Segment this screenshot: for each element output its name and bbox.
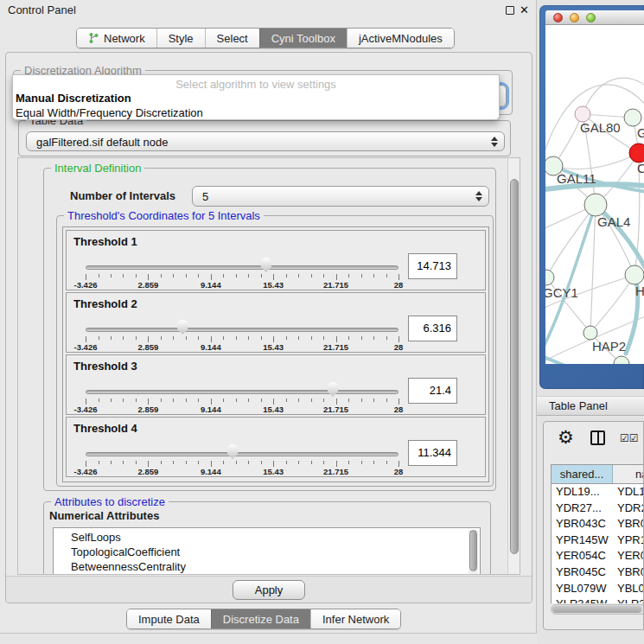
column-checkboxes-icon[interactable]: ☑☑ xyxy=(620,432,639,444)
tick-label: 28 xyxy=(394,280,404,290)
column-header-name[interactable]: na xyxy=(613,465,644,483)
split-columns-icon[interactable] xyxy=(590,430,605,445)
table-row[interactable]: YPR145WYPR1 xyxy=(552,532,644,549)
node-g[interactable] xyxy=(624,109,641,126)
slider-handle[interactable] xyxy=(176,320,189,335)
slider-track[interactable] xyxy=(86,452,399,456)
slider-track[interactable] xyxy=(86,328,399,332)
tick-mark xyxy=(286,399,287,402)
float-window-icon[interactable] xyxy=(506,6,514,15)
close-traffic-light-icon[interactable] xyxy=(553,13,563,22)
tab-discretize-data[interactable]: Discretize Data xyxy=(211,609,310,628)
tick-mark xyxy=(336,336,337,342)
node-label: GAL80 xyxy=(580,120,621,135)
tab-network[interactable]: Network xyxy=(77,29,156,48)
tick-mark xyxy=(373,461,374,464)
node-label: HAP2 xyxy=(592,339,626,354)
tick-mark xyxy=(136,399,137,402)
node-gal4[interactable] xyxy=(584,194,607,216)
column-header-shared[interactable]: shared... xyxy=(552,465,613,483)
tab-impute-data[interactable]: Impute Data xyxy=(127,609,211,628)
number-of-intervals-select[interactable]: 5 xyxy=(192,186,489,207)
tab-jactivemnodules[interactable]: jActiveMNodules xyxy=(347,29,454,48)
tick-mark xyxy=(161,274,162,277)
node-unlabeled[interactable] xyxy=(614,356,629,364)
tick-mark xyxy=(173,399,174,402)
top-tab-bar: NetworkStyleSelectCyni ToolboxjActiveMNo… xyxy=(76,28,455,48)
tab-select[interactable]: Select xyxy=(205,29,259,48)
tick-mark xyxy=(311,274,312,277)
algorithm-option-equal-width-frequency-discretization[interactable]: Equal Width/Frequency Discretization xyxy=(13,105,499,120)
thresholds-group: Threshold's Coordinates for 5 Intervals … xyxy=(56,215,494,487)
horizontal-scrollbar[interactable] xyxy=(551,604,644,615)
tick-label: 9.144 xyxy=(201,405,221,414)
attribute-item-betweennesscentrality[interactable]: BetweennessCentrality xyxy=(71,559,480,574)
numerical-attributes-list[interactable]: SelfLoopsTopologicalCoefficientBetweenne… xyxy=(53,527,481,575)
tick-mark xyxy=(248,461,249,464)
tick-mark xyxy=(399,461,399,467)
tab-infer-network[interactable]: Infer Network xyxy=(310,609,400,628)
tick-mark xyxy=(323,399,324,402)
apply-button[interactable]: Apply xyxy=(233,580,305,600)
tick-mark xyxy=(298,461,299,464)
table-row[interactable]: YER054CYER0 xyxy=(552,548,644,564)
cell-name: YDR2 xyxy=(613,501,644,517)
tick-mark xyxy=(361,274,362,277)
table-row[interactable]: YBR043CYBR0 xyxy=(552,516,644,532)
network-canvas[interactable]: GAL80GCGAL11GAL4GCY1HHAP2 xyxy=(545,25,644,364)
cell-name: YER0 xyxy=(613,548,644,564)
slider-track[interactable] xyxy=(86,265,399,270)
network-view-window: GAL80GCGAL11GAL4GCY1HHAP2 xyxy=(539,5,644,389)
tick-mark xyxy=(236,274,237,277)
tick-mark xyxy=(298,399,299,402)
tick-label: 28 xyxy=(394,405,404,414)
cyni-toolbox-panel: Discretization Algorithm Select algorith… xyxy=(5,52,532,603)
list-scrollbar[interactable] xyxy=(469,530,478,575)
table-data-select[interactable]: galFiltered.sif default node xyxy=(26,131,505,151)
tick-label: 21.715 xyxy=(323,280,348,290)
node-c[interactable] xyxy=(629,143,644,163)
table-row[interactable]: YDL19...YDL1 xyxy=(552,484,644,501)
table-panel-title: Table Panel xyxy=(549,399,608,412)
attributes-group: Attributes to discretize Numerical Attri… xyxy=(43,501,491,575)
threshold-value-field[interactable]: 21.4 xyxy=(408,378,457,404)
node-hap2[interactable] xyxy=(583,326,597,340)
table-row[interactable]: YBL079WYBL0 xyxy=(552,581,644,597)
tick-mark xyxy=(386,274,387,277)
attribute-item-topologicalcoefficient[interactable]: TopologicalCoefficient xyxy=(71,545,480,559)
vertical-scrollbar[interactable] xyxy=(507,158,520,574)
attribute-item-selfloops[interactable]: SelfLoops xyxy=(71,530,480,545)
tick-mark xyxy=(148,336,149,342)
node-h[interactable] xyxy=(625,265,644,284)
tick-mark xyxy=(198,461,199,464)
threshold-value-field[interactable]: 6.316 xyxy=(408,316,457,341)
table-row[interactable]: YLR345WYLR3 xyxy=(552,596,644,603)
algorithm-option-manual-discretization[interactable]: Manual Discretization xyxy=(13,91,499,105)
slider-handle[interactable] xyxy=(226,444,239,459)
threshold-value-field[interactable]: 14.713 xyxy=(408,253,457,279)
zoom-traffic-light-icon[interactable] xyxy=(586,13,596,22)
tab-cyni-toolbox[interactable]: Cyni Toolbox xyxy=(259,29,347,48)
tab-style[interactable]: Style xyxy=(156,29,205,48)
slider-track[interactable] xyxy=(86,390,399,394)
node-gcy1[interactable] xyxy=(545,270,554,285)
tick-mark xyxy=(148,274,149,280)
tick-mark xyxy=(198,336,199,340)
screen: Control Panel ✕ NetworkStyleSelectCyni T… xyxy=(0,0,644,644)
close-icon[interactable]: ✕ xyxy=(520,3,529,16)
tick-mark xyxy=(211,461,212,467)
slider-handle[interactable] xyxy=(327,382,340,397)
tick-mark xyxy=(136,461,137,464)
tick-mark xyxy=(298,274,299,277)
tick-label: 28 xyxy=(394,467,404,476)
tick-mark xyxy=(386,461,387,464)
tick-label: 21.715 xyxy=(323,467,348,476)
table-row[interactable]: YDR27...YDR2 xyxy=(552,501,644,517)
right-region: GAL80GCGAL11GAL4GCY1HHAP2 Table Panel ⚙ … xyxy=(537,0,644,644)
settings-gear-icon[interactable]: ⚙ xyxy=(558,427,574,448)
table-row[interactable]: YBR045CYBR0 xyxy=(552,564,644,581)
tick-mark xyxy=(373,336,374,340)
minimize-traffic-light-icon[interactable] xyxy=(570,13,579,22)
threshold-value-field[interactable]: 11.344 xyxy=(408,440,457,466)
slider-handle[interactable] xyxy=(259,258,272,272)
